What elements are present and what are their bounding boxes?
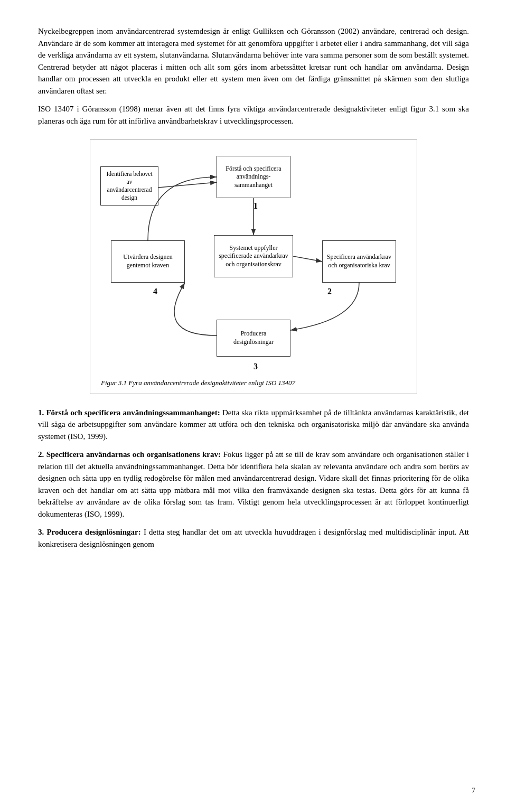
section-2: 2. Specificera användarnas och organisat… (38, 449, 469, 520)
paragraph-1: Nyckelbegreppen inom användarcentrerad s… (38, 25, 469, 97)
box-top: Förstå och specificera användnings-samma… (217, 156, 290, 198)
figure-caption: Figur 3.1 Fyra användarcentrerade design… (96, 378, 411, 388)
section-1-number: 1. (38, 408, 44, 417)
section-1-heading: Förstå och specificera användningssamman… (46, 408, 220, 417)
section-3-heading: Producera designlösningar: (46, 528, 140, 536)
section-2-text: Fokus ligger på att se till de krav som … (38, 450, 469, 518)
section-3-number: 3. (38, 528, 44, 536)
box-right: Specificera användarkrav och organisator… (322, 240, 396, 283)
box-left: Utvärdera designen gentemot kraven (111, 240, 185, 283)
figure-num-2: 2 (327, 285, 332, 298)
figure-container: Identifiera behovet av användarcentrerad… (90, 139, 417, 394)
figure-num-3: 3 (253, 360, 258, 373)
paragraph-2: ISO 13407 i Göransson (1998) menar även … (38, 103, 469, 127)
box-side-label: Identifiera behovet av användarcentrerad… (100, 166, 158, 206)
section-2-heading: Specificera användarnas och organisation… (46, 450, 221, 459)
section-3: 3. Producera designlösningar: I detta st… (38, 526, 469, 550)
figure-num-4: 4 (153, 285, 157, 298)
box-bottom: Producera designlösningar (217, 320, 290, 357)
figure-inner: Identifiera behovet av användarcentrerad… (100, 151, 407, 372)
section-2-number: 2. (38, 450, 44, 459)
figure-num-1: 1 (253, 200, 258, 212)
section-1: 1. Förstå och specificera användningssam… (38, 407, 469, 443)
box-center: Systemet uppfyller specificerade använda… (214, 235, 293, 277)
